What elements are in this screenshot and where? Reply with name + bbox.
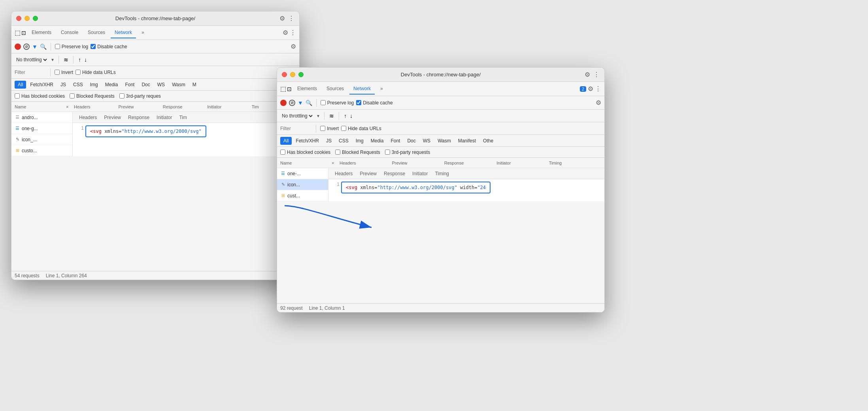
filter-icon-1[interactable]: ▼ [32,44,38,50]
maximize-button-2[interactable] [298,72,304,77]
tab-more-1[interactable]: » [138,27,148,38]
disable-cache-checkbox-2[interactable]: Disable cache [356,100,392,106]
more-icon-1[interactable]: ⋮ [288,15,294,22]
record-button-2[interactable] [280,100,287,106]
filter-tab-ws-1[interactable]: WS [154,81,168,89]
close-button-2[interactable] [282,72,287,77]
third-party-input-2[interactable] [385,150,390,155]
wifi-icon-2[interactable]: ≋ [329,113,334,119]
tab-network-2[interactable]: Network [349,83,375,95]
filter-tab-doc-1[interactable]: Doc [138,81,153,89]
throttle-select-1[interactable]: No throttling [15,57,48,63]
filter-tab-m-1[interactable]: M [189,81,200,89]
preserve-log-input-1[interactable] [55,44,60,49]
filter-tab-font-1[interactable]: Font [122,81,138,89]
wifi-icon-1[interactable]: ≋ [64,57,68,63]
blocked-requests-input-1[interactable] [70,93,75,98]
hide-data-urls-input-2[interactable] [341,126,346,131]
detail-tab-headers-2[interactable]: Headers [332,169,356,178]
network-settings-icon-1[interactable]: ⚙ [291,43,296,50]
hide-data-urls-checkbox-1[interactable]: Hide data URLs [75,70,116,75]
detail-tab-response-1[interactable]: Response [125,113,153,122]
detail-tab-initiator-1[interactable]: Initiator [153,113,175,122]
filter-tab-fetch-2[interactable]: Fetch/XHR [292,137,322,145]
upload-icon-1[interactable]: ↑ [78,57,81,63]
devtools-more-2[interactable]: ⋮ [595,85,601,93]
inspect-icon-2[interactable]: ⬚ [280,85,286,93]
filter-tab-img-1[interactable]: Img [87,81,101,89]
third-party-input-1[interactable] [119,93,125,98]
hide-data-urls-checkbox-2[interactable]: Hide data URLs [341,126,381,131]
filter-input-1[interactable] [15,70,46,75]
clear-button-2[interactable]: ⊘ [289,100,295,106]
filter-input-2[interactable] [280,126,312,131]
tab-elements-2[interactable]: Elements [293,83,321,95]
filter-tab-doc-2[interactable]: Doc [404,137,419,145]
blocked-requests-checkbox-2[interactable]: Blocked Requests [335,150,380,155]
table-row-icon-2[interactable]: ✎ icon... [277,179,328,190]
filter-tab-ws-2[interactable]: WS [420,137,434,145]
filter-tab-other-2[interactable]: Othe [480,137,496,145]
tab-console-1[interactable]: Console [57,27,82,38]
blocked-cookies-checkbox-1[interactable]: Has blocked cookies [15,93,65,99]
devtools-more-1[interactable]: ⋮ [290,29,296,36]
record-button-1[interactable] [15,44,21,50]
filter-tab-wasm-1[interactable]: Wasm [169,81,189,89]
close-button-1[interactable] [16,16,21,21]
invert-input-2[interactable] [320,126,325,131]
inspect-icon-1[interactable]: ⬚ [15,29,21,36]
table-row-andro-1[interactable]: ☰ andro... [11,112,72,123]
disable-cache-checkbox-1[interactable]: Disable cache [91,44,127,49]
tab-more-2[interactable]: » [376,83,387,95]
detail-tab-initiator-2[interactable]: Initiator [409,169,431,178]
disable-cache-input-1[interactable] [91,44,96,49]
filter-tab-all-1[interactable]: All [15,81,26,89]
table-row-one-2[interactable]: ☰ one-... [277,168,328,179]
settings-icon-2[interactable]: ⚙ [585,71,590,78]
settings-icon-1[interactable]: ⚙ [279,15,285,22]
tab-sources-1[interactable]: Sources [84,27,109,38]
blocked-cookies-input-2[interactable] [280,150,285,155]
maximize-button-1[interactable] [33,16,38,21]
disable-cache-input-2[interactable] [356,100,361,105]
network-settings-icon-2[interactable]: ⚙ [596,99,601,106]
more-icon-2[interactable]: ⋮ [593,71,600,78]
filter-tab-fetch-1[interactable]: Fetch/XHR [27,81,57,89]
split-view-icon-1[interactable]: ⊡ [21,30,26,36]
filter-tab-media-2[interactable]: Media [368,137,387,145]
detail-tab-headers-1[interactable]: Headers [76,113,100,122]
search-icon-2[interactable]: 🔍 [306,100,312,106]
filter-tab-css-2[interactable]: CSS [336,137,352,145]
tab-sources-2[interactable]: Sources [323,83,348,95]
preserve-log-checkbox-1[interactable]: Preserve log [55,44,88,49]
filter-tab-manifest-2[interactable]: Manifest [455,137,479,145]
detail-tab-timing-2[interactable]: Timing [432,169,452,178]
minimize-button-2[interactable] [290,72,295,77]
invert-checkbox-1[interactable]: Invert [55,70,73,75]
clear-button-1[interactable]: ⊘ [23,44,30,50]
blocked-cookies-input-1[interactable] [15,93,20,98]
preserve-log-checkbox-2[interactable]: Preserve log [321,100,354,106]
blocked-requests-input-2[interactable] [335,150,340,155]
third-party-checkbox-1[interactable]: 3rd-party reques [119,93,161,99]
invert-input-1[interactable] [55,70,60,75]
hide-data-urls-input-1[interactable] [75,70,81,75]
table-row-oneg-1[interactable]: ☰ one-g... [11,123,72,134]
table-row-icon-1[interactable]: ✎ icon_... [11,134,72,145]
blocked-cookies-checkbox-2[interactable]: Has blocked cookies [280,150,330,155]
throttle-select-2[interactable]: No throttling [280,113,314,119]
devtools-settings-2[interactable]: ⚙ [588,85,593,93]
filter-tab-js-1[interactable]: JS [57,81,69,89]
devtools-settings-1[interactable]: ⚙ [283,29,288,36]
filter-tab-img-2[interactable]: Img [353,137,367,145]
third-party-checkbox-2[interactable]: 3rd-party requests [385,150,430,155]
minimize-button-1[interactable] [25,16,30,21]
blocked-requests-checkbox-1[interactable]: Blocked Requests [70,93,115,99]
invert-checkbox-2[interactable]: Invert [320,126,339,131]
download-icon-2[interactable]: ↓ [350,113,353,119]
tab-network-1[interactable]: Network [111,27,136,38]
table-row-custo-1[interactable]: ⊞ custo... [11,145,72,156]
detail-tab-preview-1[interactable]: Preview [101,113,124,122]
filter-tab-all-2[interactable]: All [280,137,292,145]
detail-tab-preview-2[interactable]: Preview [357,169,380,178]
